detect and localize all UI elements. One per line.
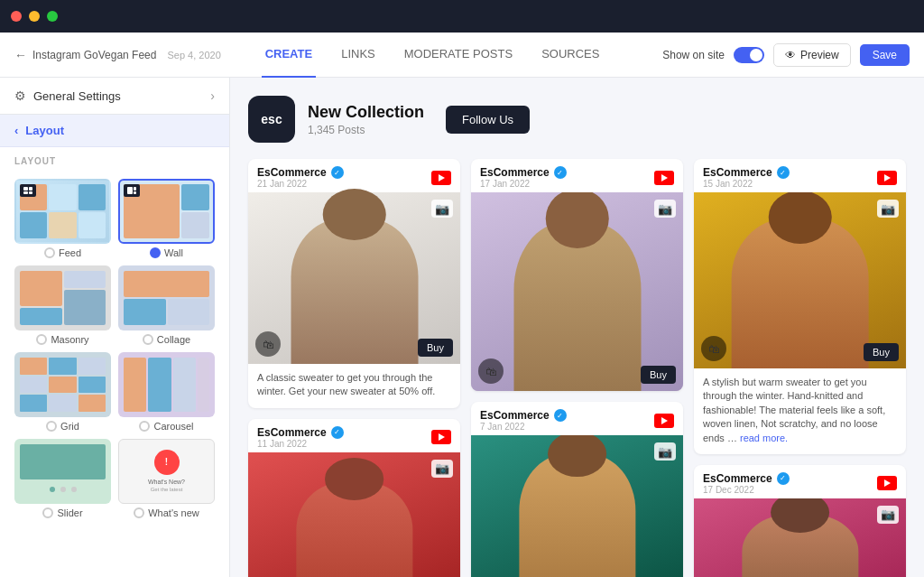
post-image-wrap: 📷: [471, 435, 683, 577]
layout-thumb-masonry: [14, 265, 111, 330]
layout-label-whatsnew: What's new: [148, 507, 199, 518]
verified-icon: ✓: [777, 472, 790, 485]
radio-dot-carousel: [139, 421, 150, 432]
layout-thumb-collage: [118, 265, 215, 330]
post-date: 15 Jan 2022: [703, 179, 790, 189]
radio-dot-grid: [46, 421, 57, 432]
profile-avatar: esc: [248, 96, 295, 143]
toggle-knob: [750, 49, 762, 61]
window-btn-minimize[interactable]: [29, 11, 40, 22]
eye-icon: 👁: [785, 49, 796, 61]
sidebar: ⚙ General Settings › ‹ Layout LAYOUT: [0, 78, 230, 577]
buy-button[interactable]: Buy: [864, 343, 899, 361]
nav-feed-title: Instagram GoVegan Feed: [32, 49, 156, 61]
back-arrow-icon: ←: [14, 48, 27, 62]
buy-button[interactable]: Buy: [418, 339, 453, 357]
layout-label: Layout: [25, 124, 64, 137]
show-on-site-toggle[interactable]: [734, 47, 764, 63]
shop-icon[interactable]: 🛍: [255, 331, 281, 357]
post-image-wrap: 📷 🛍 Buy: [694, 192, 906, 368]
camera-icon: 📷: [877, 506, 899, 524]
radio-dot-masonry: [36, 334, 47, 345]
layout-label-collage: Collage: [157, 334, 190, 345]
gear-icon: ⚙: [14, 88, 26, 103]
nav-tabs: CREATE LINKS MODERATE POSTS SOURCES: [262, 33, 604, 78]
post-date: 7 Jan 2022: [480, 422, 567, 432]
youtube-badge: [654, 171, 674, 185]
radio-dot-whatsnew: [134, 507, 144, 518]
sidebar-layout-item[interactable]: ‹ Layout: [0, 115, 229, 147]
nav-back[interactable]: ← Instagram GoVegan Feed Sep 4, 2020: [14, 48, 221, 62]
post-image-wrap: 📷 🛍 Buy: [471, 192, 683, 391]
tab-links[interactable]: LINKS: [337, 33, 379, 78]
layout-option-collage[interactable]: Collage: [118, 265, 215, 345]
content-area: esc New Collection 1,345 Posts Follow Us…: [230, 78, 924, 577]
post-username: EsCommerce: [257, 426, 327, 439]
sidebar-general-settings[interactable]: ⚙ General Settings ›: [0, 78, 229, 115]
posts-grid: EsCommerce ✓ 21 Jan 2022: [248, 159, 906, 577]
chevron-right-icon: ›: [210, 88, 215, 103]
chevron-left-icon: ‹: [14, 124, 18, 137]
post-card: EsCommerce ✓ 17 Dec 2022: [694, 465, 906, 577]
read-more-link[interactable]: read more.: [740, 433, 788, 443]
youtube-badge: [877, 476, 897, 490]
buy-button[interactable]: Buy: [641, 366, 676, 384]
post-date: 21 Jan 2022: [257, 179, 344, 189]
show-on-site-label: Show on site: [662, 49, 725, 61]
post-card: EsCommerce ✓ 11 Jan 2022: [248, 419, 460, 577]
layout-label-carousel: Carousel: [153, 421, 193, 432]
follow-button[interactable]: Follow Us: [446, 106, 530, 134]
post-col-0: EsCommerce ✓ 21 Jan 2022: [248, 159, 460, 577]
youtube-badge: [431, 171, 451, 185]
layout-option-grid[interactable]: Grid: [14, 352, 111, 432]
window-btn-close[interactable]: [11, 11, 22, 22]
nav-feed-date: Sep 4, 2020: [167, 50, 220, 60]
radio-dot-wall: [150, 247, 161, 258]
post-col-1: EsCommerce ✓ 17 Jan 2022: [471, 159, 683, 577]
post-card: EsCommerce ✓ 7 Jan 2022: [471, 402, 683, 577]
top-bar: [0, 0, 924, 33]
post-username: EsCommerce: [257, 166, 327, 179]
shop-icon[interactable]: 🛍: [478, 358, 504, 384]
nav-bar: ← Instagram GoVegan Feed Sep 4, 2020 CRE…: [0, 33, 924, 78]
post-image-wrap: 📷: [248, 452, 460, 577]
post-col-2: EsCommerce ✓ 15 Jan 2022: [694, 159, 906, 577]
verified-icon: ✓: [777, 166, 790, 179]
post-card: EsCommerce ✓ 15 Jan 2022: [694, 159, 906, 454]
profile-header: esc New Collection 1,345 Posts Follow Us: [248, 96, 906, 143]
save-button[interactable]: Save: [860, 44, 910, 66]
radio-dot-collage: [143, 334, 153, 345]
post-date: 11 Jan 2022: [257, 439, 344, 449]
radio-dot-feed: [44, 247, 55, 258]
layout-option-masonry[interactable]: Masonry: [14, 265, 111, 345]
tab-moderate-posts[interactable]: MODERATE POSTS: [401, 33, 516, 78]
layout-option-whatsnew[interactable]: ! What's New?Get the latest What's new: [118, 439, 215, 518]
window-btn-maximize[interactable]: [47, 11, 58, 22]
camera-icon: 📷: [431, 460, 453, 478]
camera-icon: 📷: [877, 200, 899, 218]
post-username: EsCommerce: [703, 166, 772, 179]
post-username: EsCommerce: [480, 166, 550, 179]
tab-sources[interactable]: SOURCES: [538, 33, 603, 78]
radio-dot-slider: [42, 507, 53, 518]
layout-thumb-grid: [14, 352, 111, 417]
camera-icon: 📷: [654, 200, 676, 218]
verified-icon: ✓: [554, 166, 567, 179]
layout-label-grid: Grid: [60, 421, 79, 432]
layout-option-feed[interactable]: Feed: [14, 179, 111, 258]
layout-option-carousel[interactable]: Carousel: [118, 352, 215, 432]
post-text: A stylish but warm sweater to get you th…: [694, 368, 906, 454]
layout-option-wall[interactable]: Wall: [118, 179, 215, 258]
general-settings-label: General Settings: [33, 89, 121, 103]
layout-thumb-wall: [118, 179, 215, 244]
preview-button[interactable]: 👁 Preview: [773, 43, 851, 67]
post-card: EsCommerce ✓ 17 Jan 2022: [471, 159, 683, 391]
youtube-badge: [877, 171, 897, 185]
layout-option-slider[interactable]: Slider: [14, 439, 111, 518]
shop-icon[interactable]: 🛍: [701, 336, 726, 361]
nav-right: Show on site 👁 Preview Save: [662, 43, 910, 67]
post-text: A classic sweater to get you through the…: [248, 364, 460, 408]
layout-label-masonry: Masonry: [51, 334, 88, 345]
layout-section-label: LAYOUT: [0, 147, 229, 172]
tab-create[interactable]: CREATE: [262, 33, 316, 78]
